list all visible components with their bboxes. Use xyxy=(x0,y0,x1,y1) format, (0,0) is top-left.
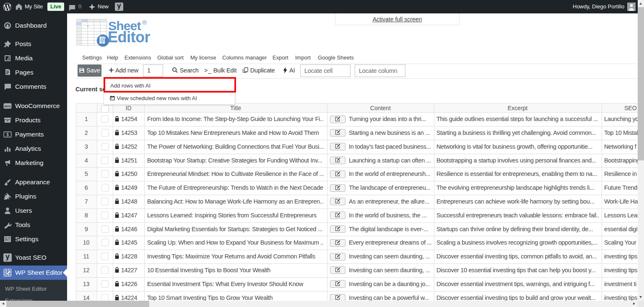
svg-text:$: $ xyxy=(6,132,9,137)
svg-text:Editor: Editor xyxy=(108,28,150,46)
svg-text:®: ® xyxy=(142,19,147,26)
svg-text:WOO: WOO xyxy=(4,105,11,108)
